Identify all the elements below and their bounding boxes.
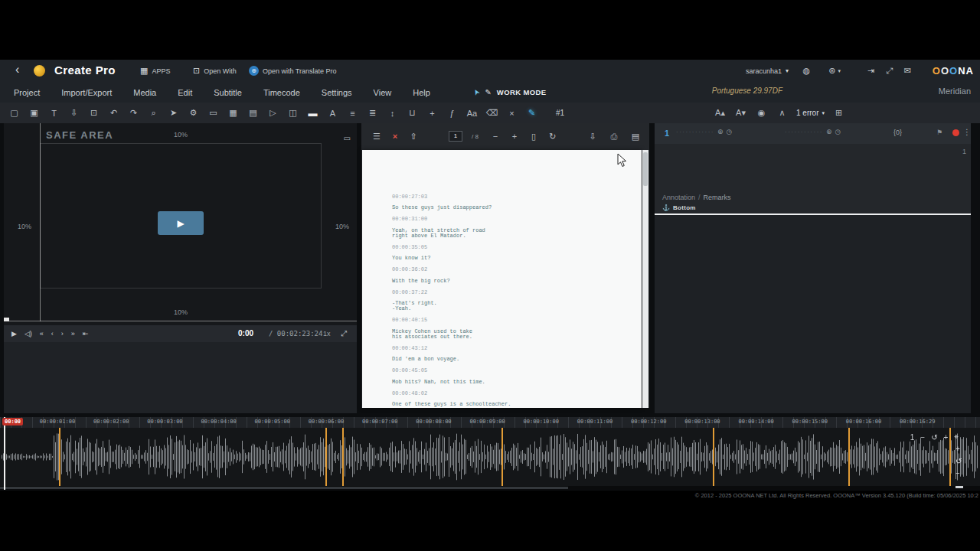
draw-pen-icon[interactable]: ✎ xyxy=(525,108,538,118)
page-input[interactable]: 1 xyxy=(449,131,462,142)
script-scrollbar[interactable] xyxy=(642,150,648,408)
prev-subtitle-icon[interactable]: « xyxy=(40,330,44,337)
next-frame-icon[interactable]: › xyxy=(61,330,64,337)
error-dropdown[interactable]: 1 error ▾ xyxy=(796,109,825,117)
scrollbar-thumb[interactable] xyxy=(643,152,648,186)
menu-help[interactable]: Help xyxy=(402,88,441,97)
snapshot-icon[interactable]: ▦ xyxy=(227,108,240,118)
video-fullscreen-icon[interactable]: ⤢ xyxy=(341,329,347,338)
rotate-icon[interactable]: ↻ xyxy=(547,132,559,142)
work-mode-switch[interactable]: ➤ ✎ WORK MODE xyxy=(473,82,547,103)
delete-row-icon[interactable]: ⌫ xyxy=(485,108,498,118)
back-button[interactable]: ‹ xyxy=(15,63,19,77)
fullscreen-button[interactable]: ⤢ xyxy=(886,60,893,82)
zoom-out-icon[interactable]: − xyxy=(920,433,925,442)
subtitle-boundary-marker[interactable] xyxy=(342,428,344,486)
jump-start-icon[interactable]: ⇤ xyxy=(83,330,89,337)
menu-media[interactable]: Media xyxy=(122,88,167,97)
volume-icon[interactable]: ◁) xyxy=(24,330,32,337)
tag-icon[interactable]: ⚑ xyxy=(936,129,942,136)
collapse-icon[interactable]: ∧ xyxy=(776,108,789,118)
video-play-overlay-button[interactable]: ▶ xyxy=(158,211,204,235)
video-output-icon[interactable]: ▭ xyxy=(344,134,351,142)
zoom-out-icon[interactable]: − xyxy=(489,132,501,141)
menu-subtitle[interactable]: Subtitle xyxy=(203,88,253,97)
subtitle-boundary-marker[interactable] xyxy=(848,428,850,486)
waveform-track[interactable] xyxy=(0,428,980,486)
tab-remarks[interactable]: Remarks xyxy=(704,194,731,201)
menu-icon[interactable]: ☰ xyxy=(371,132,383,142)
fit-view-icon[interactable]: ▬ xyxy=(956,481,963,490)
upload-icon[interactable]: ⇧ xyxy=(407,132,420,142)
font-decrease-icon[interactable]: A▾ xyxy=(734,108,747,118)
exit-session-button[interactable]: ⇥ xyxy=(867,60,874,82)
reset-zoom-icon[interactable]: ↺ xyxy=(956,457,963,465)
menu-settings[interactable]: Settings xyxy=(311,88,363,97)
letter-case-icon[interactable]: Aa xyxy=(466,109,479,118)
font-increase-icon[interactable]: A▴ xyxy=(714,108,727,118)
set-out-time-icon[interactable]: ⊕ xyxy=(826,128,832,135)
download-icon[interactable]: ⇩ xyxy=(586,132,599,142)
row-height-icon[interactable]: ↕ xyxy=(386,109,399,118)
menu-import-export[interactable]: Import/Export xyxy=(51,88,122,97)
text-import-icon[interactable]: T xyxy=(47,109,60,118)
export-icon[interactable]: ⇩ xyxy=(67,108,80,118)
playhead-line[interactable] xyxy=(4,417,5,490)
merge-rows-icon[interactable]: ⊔ xyxy=(406,108,419,118)
apps-button[interactable]: ▦ APPS xyxy=(140,60,170,82)
save-icon[interactable]: ▣ xyxy=(28,108,41,118)
row-menu-icon[interactable]: ⋮ xyxy=(963,128,971,136)
zoom-in-icon[interactable]: + xyxy=(944,433,949,442)
split-view-icon[interactable]: ◫ xyxy=(286,108,299,118)
italic-icon[interactable]: ƒ xyxy=(446,109,459,118)
font-style-icon[interactable]: A xyxy=(326,109,339,118)
subtitle-view-icon[interactable]: ▤ xyxy=(247,108,260,118)
new-file-icon[interactable]: ▢ xyxy=(8,108,21,118)
expand-tracks-icon[interactable]: + xyxy=(956,445,963,453)
tab-annotation[interactable]: Annotation xyxy=(662,194,695,201)
zoom-reset-icon[interactable]: ↺ xyxy=(931,433,937,442)
print-icon[interactable]: ⎙ xyxy=(608,132,620,142)
page-view-icon[interactable]: ▯ xyxy=(528,132,540,142)
timeline-scrollbar-thumb[interactable] xyxy=(0,487,568,489)
subtitle-boundary-marker[interactable] xyxy=(59,428,60,486)
language-globe-button[interactable]: ⊛ ▾ xyxy=(828,60,841,82)
user-menu[interactable]: saracunha1 ▾ xyxy=(746,60,789,82)
insert-plus-icon[interactable]: + xyxy=(426,109,439,118)
settings-gear-icon[interactable]: ⚙ xyxy=(187,108,200,118)
subtitle-boundary-marker[interactable] xyxy=(501,428,503,486)
visibility-eye-icon[interactable]: ◉ xyxy=(755,108,768,118)
subtitle-row[interactable]: 1 ············ ⊕ ◷ ············ ⊕ ◷ {0} … xyxy=(655,123,971,144)
clear-icon[interactable]: × xyxy=(505,109,518,118)
prev-frame-icon[interactable]: ‹ xyxy=(51,330,54,337)
subtitle-boundary-marker[interactable] xyxy=(325,428,327,486)
next-subtitle-icon[interactable]: » xyxy=(71,330,75,337)
play-icon[interactable]: ▶ xyxy=(11,330,17,337)
grid-view-icon[interactable]: ⊞ xyxy=(832,108,845,118)
document-icon[interactable]: ⊡ xyxy=(87,108,100,118)
search-icon[interactable]: ⌕ xyxy=(147,108,160,118)
timeline-scrollbar[interactable] xyxy=(0,486,980,490)
subtitle-boundary-marker[interactable] xyxy=(713,428,714,486)
monitor-icon[interactable]: ▭ xyxy=(207,108,220,118)
position-selector[interactable]: ⚓ Bottom xyxy=(662,204,696,211)
menu-project[interactable]: Project xyxy=(3,88,51,97)
list-view-icon[interactable]: ▤ xyxy=(629,132,642,142)
locate-icon[interactable]: ⌖ xyxy=(954,432,959,442)
track-count-icon[interactable]: 1 xyxy=(910,433,915,442)
playback-rate[interactable]: 1x xyxy=(323,330,331,337)
video-viewport[interactable]: SAFE AREA 10% 10% 10% 10% ▭ ▶ xyxy=(4,123,357,325)
out-timecode-field[interactable]: ············ ⊕ ◷ xyxy=(785,128,841,135)
preview-play-icon[interactable]: ▷ xyxy=(266,108,279,118)
video-progress-handle[interactable] xyxy=(4,318,9,321)
send-icon[interactable]: ➤ xyxy=(167,108,180,118)
close-icon[interactable]: × xyxy=(389,132,401,141)
timeline-ruler[interactable]: 00:00:01:0000:00:02:0000:00:03:0000:00:0… xyxy=(0,417,980,428)
menu-view[interactable]: View xyxy=(363,88,403,97)
support-chat-button[interactable]: ✉ xyxy=(904,60,911,82)
script-document-page[interactable]: 00:00:27:03So these guys just disappeare… xyxy=(362,150,642,408)
open-with-translate-button[interactable]: ⊕ Open with Translate Pro xyxy=(249,60,337,82)
tips-bulb-button[interactable]: ◍ xyxy=(802,60,810,82)
set-in-time-icon[interactable]: ⊕ xyxy=(717,128,724,135)
menu-edit[interactable]: Edit xyxy=(167,88,203,97)
